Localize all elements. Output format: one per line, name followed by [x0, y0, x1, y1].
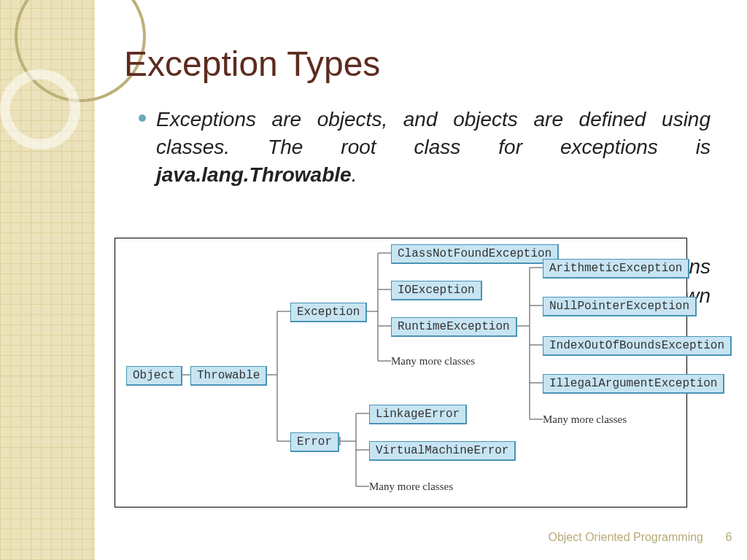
node-nullpointer: NullPointerException	[543, 297, 697, 316]
label-more-exception: Many more classes	[391, 355, 475, 368]
node-runtimeexception: RuntimeException	[391, 317, 517, 337]
decorative-ring	[0, 69, 80, 149]
node-vmerror: VirtualMachineError	[369, 441, 516, 461]
obscured-fragment: ns	[689, 255, 711, 279]
bullet-post: .	[352, 163, 357, 186]
page-number: 6	[711, 531, 747, 544]
bullet-pre: Exceptions are objects, and objects are …	[156, 108, 711, 158]
node-exception: Exception	[290, 303, 367, 322]
slide-content: Exception Types Exceptions are objects, …	[124, 44, 711, 188]
bullet-strong: java.lang.Throwable	[156, 163, 352, 186]
node-classnotfound: ClassNotFoundException	[391, 244, 559, 264]
hierarchy-diagram: Object Throwable Exception Error ClassNo…	[115, 238, 687, 508]
bullet-dot-icon	[139, 114, 146, 122]
node-arithmetic: ArithmeticException	[543, 259, 689, 279]
node-illegalarg: IllegalArgumentException	[543, 374, 724, 394]
label-more-runtime: Many more classes	[543, 413, 627, 426]
node-ioexception: IOException	[391, 281, 482, 300]
bullet-item: Exceptions are objects, and objects are …	[139, 106, 711, 188]
node-throwable: Throwable	[190, 366, 267, 386]
page-title: Exception Types	[124, 44, 711, 84]
node-object: Object	[126, 366, 182, 386]
node-error: Error	[290, 432, 339, 452]
node-linkageerror: LinkageError	[369, 405, 467, 424]
label-more-error: Many more classes	[369, 481, 453, 493]
bullet-text: Exceptions are objects, and objects are …	[156, 106, 711, 188]
node-indexoob: IndexOutOfBoundsException	[543, 336, 732, 356]
footer-label: Object Oriented Programming	[548, 531, 703, 544]
